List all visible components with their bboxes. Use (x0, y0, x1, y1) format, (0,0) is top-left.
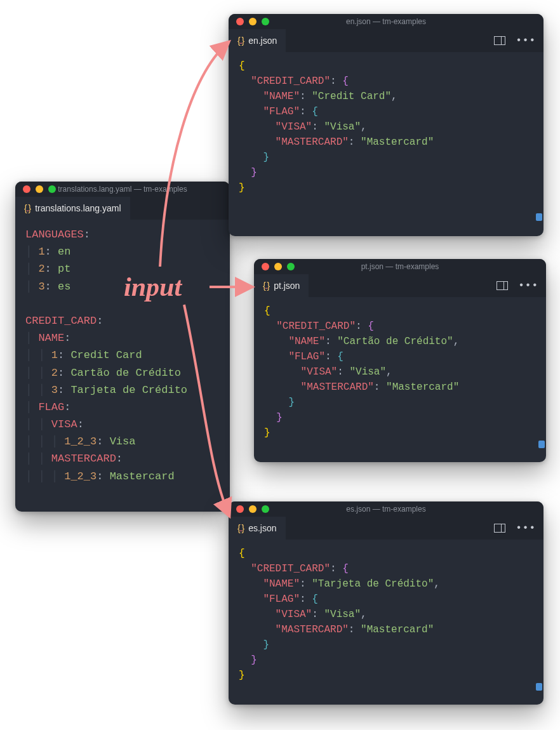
titlebar: translations.lang.yaml — tm-examples (15, 182, 230, 197)
code-editor[interactable]: LANGUAGES: │ 1: en │ 2: pt │ 3: es CREDI… (15, 220, 230, 494)
json-file-icon: {..} (237, 36, 243, 46)
minimap-marker (536, 683, 542, 691)
minimize-icon[interactable] (36, 185, 43, 193)
traffic-lights[interactable] (229, 505, 269, 513)
more-actions-icon[interactable]: ••• (518, 280, 538, 291)
minimap-marker (538, 441, 545, 448)
window-output-es: es.json — tm-examples {..} es.json ••• {… (229, 501, 543, 705)
window-source: translations.lang.yaml — tm-examples {..… (15, 182, 230, 512)
titlebar: es.json — tm-examples (229, 501, 543, 517)
close-icon[interactable] (23, 185, 30, 193)
minimize-icon[interactable] (274, 263, 282, 270)
tab-active[interactable]: {..} es.json (229, 517, 286, 540)
titlebar: pt.json — tm-examples (254, 259, 546, 274)
titlebar: en.json — tm-examples (229, 14, 543, 29)
zoom-icon[interactable] (48, 185, 56, 193)
code-editor[interactable]: { "CREDIT_CARD": { "NAME": "Cartão de Cr… (254, 297, 546, 449)
tab-active[interactable]: {..} en.json (229, 29, 286, 52)
split-editor-icon[interactable] (494, 36, 505, 45)
traffic-lights[interactable] (229, 18, 269, 25)
tab-label: en.json (248, 36, 277, 46)
window-title: pt.json — tm-examples (254, 262, 546, 271)
tab-label: pt.json (274, 281, 300, 291)
tabbar: {..} pt.json ••• (254, 274, 546, 297)
more-actions-icon[interactable]: ••• (516, 35, 536, 46)
json-file-icon: {..} (24, 203, 30, 213)
tab-label: es.json (248, 523, 276, 533)
json-file-icon: {..} (237, 523, 243, 533)
more-actions-icon[interactable]: ••• (516, 522, 536, 534)
close-icon[interactable] (236, 505, 244, 513)
traffic-lights[interactable] (254, 263, 295, 270)
code-editor[interactable]: { "CREDIT_CARD": { "NAME": "Tarjeta de C… (229, 540, 543, 692)
split-editor-icon[interactable] (494, 524, 505, 533)
window-title: en.json — tm-examples (229, 17, 543, 26)
zoom-icon[interactable] (287, 263, 295, 270)
zoom-icon[interactable] (262, 18, 269, 25)
minimap-marker (536, 213, 542, 221)
json-file-icon: {..} (263, 281, 269, 291)
tab-label: translations.lang.yaml (35, 203, 121, 213)
window-title: es.json — tm-examples (229, 505, 543, 514)
close-icon[interactable] (262, 263, 269, 270)
minimize-icon[interactable] (249, 505, 257, 513)
tabbar: {..} en.json ••• (229, 29, 543, 52)
tabbar: {..} translations.lang.yaml (15, 197, 230, 220)
code-editor[interactable]: { "CREDIT_CARD": { "NAME": "Credit Card"… (229, 52, 543, 204)
window-output-pt: pt.json — tm-examples {..} pt.json ••• {… (254, 259, 546, 462)
traffic-lights[interactable] (15, 185, 56, 193)
input-label: input (124, 272, 182, 302)
minimize-icon[interactable] (249, 18, 257, 25)
tabbar: {..} es.json ••• (229, 517, 543, 540)
close-icon[interactable] (236, 18, 244, 25)
tab-active[interactable]: {..} translations.lang.yaml (15, 197, 130, 220)
split-editor-icon[interactable] (497, 281, 508, 290)
zoom-icon[interactable] (262, 505, 269, 513)
tab-active[interactable]: {..} pt.json (254, 274, 309, 297)
window-output-en: en.json — tm-examples {..} en.json ••• {… (229, 14, 543, 236)
